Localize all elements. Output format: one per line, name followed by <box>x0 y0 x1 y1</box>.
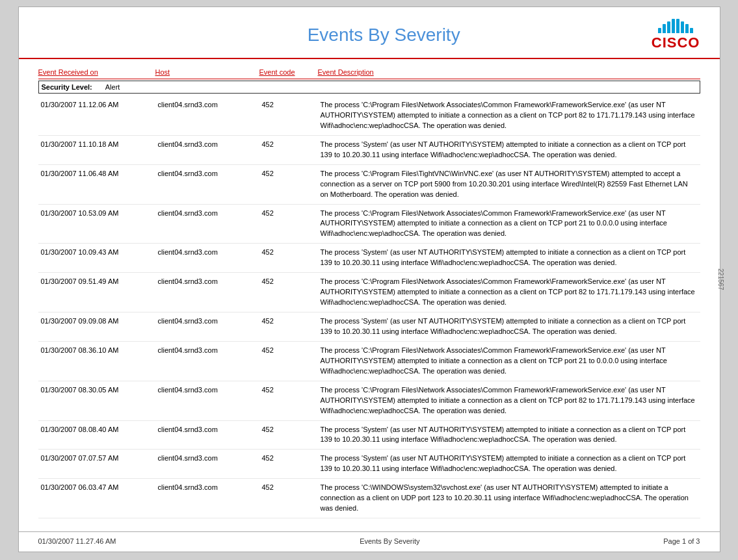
cell-code: 452 <box>259 100 318 110</box>
cell-date: 01/30/2007 09.09.08 AM <box>38 316 155 326</box>
cell-description: The process 'System' (as user NT AUTHORI… <box>318 140 700 160</box>
security-level-row: Security Level: Alert <box>38 81 700 94</box>
cisco-logo: CISCO <box>652 19 700 51</box>
cisco-bar-7 <box>685 24 689 33</box>
table-row: 01/30/2007 08.36.10 AM client04.srnd3.co… <box>38 342 700 381</box>
cell-host: client04.srnd3.com <box>155 169 259 179</box>
cell-host: client04.srnd3.com <box>155 453 259 463</box>
cisco-bars-icon <box>658 19 693 33</box>
cell-code: 452 <box>259 453 318 463</box>
cell-date: 01/30/2007 11.06.48 AM <box>38 169 155 179</box>
cell-code: 452 <box>259 385 318 395</box>
cell-description: The process 'System' (as user NT AUTHORI… <box>318 425 700 446</box>
cell-host: client04.srnd3.com <box>155 483 259 492</box>
cell-description: The process 'System' (as user NT AUTHORI… <box>318 248 700 268</box>
cell-date: 01/30/2007 08.36.10 AM <box>38 346 155 355</box>
col-event-description: Event Description <box>318 68 700 76</box>
cell-date: 01/30/2007 07.07.57 AM <box>38 453 155 463</box>
cell-host: client04.srnd3.com <box>155 425 259 435</box>
cell-description: The process 'System' (as user NT AUTHORI… <box>318 453 700 474</box>
cell-host: client04.srnd3.com <box>155 248 259 257</box>
table-row: 01/30/2007 09.51.49 AM client04.srnd3.co… <box>38 273 700 312</box>
footer-page-info: Page 1 of 3 <box>663 537 700 545</box>
cell-date: 01/30/2007 08.08.40 AM <box>38 425 155 435</box>
cell-code: 452 <box>259 425 318 435</box>
cell-code: 452 <box>259 248 318 257</box>
table-row: 01/30/2007 10.09.43 AM client04.srnd3.co… <box>38 244 700 273</box>
side-label: 221567 <box>717 268 724 290</box>
cell-host: client04.srnd3.com <box>155 209 259 218</box>
table-row: 01/30/2007 11.10.18 AM client04.srnd3.co… <box>38 136 700 165</box>
cell-host: client04.srnd3.com <box>155 316 259 326</box>
cell-description: The process 'C:\Program Files\Network As… <box>318 100 700 131</box>
security-level-label: Security Level: <box>42 83 92 91</box>
footer-timestamp: 01/30/2007 11.27.46 AM <box>38 537 116 545</box>
cisco-bar-2 <box>663 24 666 33</box>
table-row: 01/30/2007 10.53.09 AM client04.srnd3.co… <box>38 205 700 244</box>
table-row: 01/30/2007 06.03.47 AM client04.srnd3.co… <box>38 479 700 518</box>
cisco-bar-8 <box>690 28 693 33</box>
table-row: 01/30/2007 11.12.06 AM client04.srnd3.co… <box>38 96 700 136</box>
cisco-bar-5 <box>676 19 679 33</box>
col-event-code: Event code <box>259 68 318 76</box>
cell-date: 01/30/2007 09.51.49 AM <box>38 277 155 286</box>
cell-date: 01/30/2007 10.09.43 AM <box>38 248 155 257</box>
cell-description: The process 'System' (as user NT AUTHORI… <box>318 316 700 337</box>
table-row: 01/30/2007 11.06.48 AM client04.srnd3.co… <box>38 165 700 205</box>
cell-host: client04.srnd3.com <box>155 277 259 286</box>
cell-code: 452 <box>259 209 318 218</box>
cell-description: The process 'C:\Program Files\Network As… <box>318 277 700 308</box>
footer-report-name: Events By Severity <box>360 537 419 545</box>
cell-date: 01/30/2007 10.53.09 AM <box>38 209 155 218</box>
cisco-wordmark: CISCO <box>652 34 700 51</box>
cell-date: 01/30/2007 11.12.06 AM <box>38 100 155 110</box>
cell-description: The process 'C:\WINDOWS\system32\svchost… <box>318 483 700 514</box>
table-header: Event Received on Host Event code Event … <box>38 66 700 79</box>
cell-code: 452 <box>259 316 318 326</box>
cell-host: client04.srnd3.com <box>155 346 259 355</box>
cell-host: client04.srnd3.com <box>155 100 259 110</box>
table-row: 01/30/2007 08.30.05 AM client04.srnd3.co… <box>38 381 700 421</box>
cell-code: 452 <box>259 277 318 286</box>
cisco-bar-6 <box>681 21 684 33</box>
cell-code: 452 <box>259 140 318 149</box>
table-row: 01/30/2007 08.08.40 AM client04.srnd3.co… <box>38 421 700 450</box>
cell-code: 452 <box>259 346 318 355</box>
cell-date: 01/30/2007 08.30.05 AM <box>38 385 155 395</box>
cisco-bar-1 <box>658 28 661 33</box>
cell-description: The process 'C:\Program Files\Network As… <box>318 209 700 240</box>
cell-description: The process 'C:\Program Files\TightVNC\W… <box>318 169 700 200</box>
report-page: Events By Severity CISCO <box>18 6 720 552</box>
cell-code: 452 <box>259 169 318 179</box>
col-event-received: Event Received on <box>38 68 155 76</box>
table-row: 01/30/2007 09.09.08 AM client04.srnd3.co… <box>38 312 700 342</box>
cell-date: 01/30/2007 11.10.18 AM <box>38 140 155 149</box>
report-header: Events By Severity CISCO <box>19 7 720 59</box>
cell-code: 452 <box>259 483 318 492</box>
cell-date: 01/30/2007 06.03.47 AM <box>38 483 155 492</box>
cisco-bar-3 <box>667 21 670 33</box>
cisco-bar-4 <box>672 19 675 33</box>
cell-host: client04.srnd3.com <box>155 385 259 395</box>
report-content: Event Received on Host Event code Event … <box>19 59 720 525</box>
col-host: Host <box>155 68 259 76</box>
page-title: Events By Severity <box>116 25 652 45</box>
security-level-cell: Security Level: Alert <box>39 83 260 91</box>
cell-host: client04.srnd3.com <box>155 140 259 149</box>
report-footer: 01/30/2007 11.27.46 AM Events By Severit… <box>19 531 720 550</box>
data-table: 01/30/2007 11.12.06 AM client04.srnd3.co… <box>38 96 700 518</box>
table-row: 01/30/2007 07.07.57 AM client04.srnd3.co… <box>38 450 700 479</box>
security-level-value: Alert <box>105 83 120 91</box>
cell-description: The process 'C:\Program Files\Network As… <box>318 346 700 377</box>
cell-description: The process 'C:\Program Files\Network As… <box>318 385 700 416</box>
